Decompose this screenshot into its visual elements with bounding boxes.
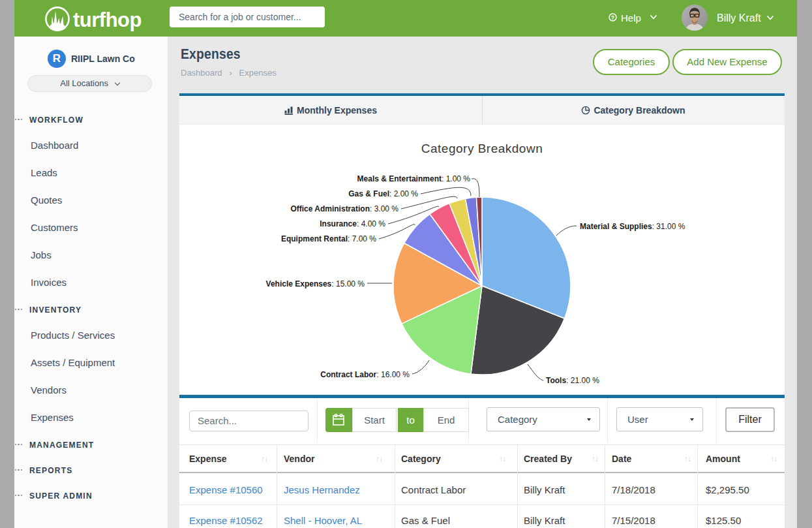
svg-text:Meals & Entertainment: 1.00 %: Meals & Entertainment: 1.00 % [357,174,471,183]
svg-text:Category Breakdown: Category Breakdown [421,142,543,155]
svg-text:Material & Supplies: 31.00 %: Material & Supplies: 31.00 % [580,222,685,231]
svg-text:Gas & Fuel: 2.00 %: Gas & Fuel: 2.00 % [348,189,418,198]
svg-text:Tools: 21.00 %: Tools: 21.00 % [546,376,599,385]
svg-text:Vehicle Expenses: 15.00 %: Vehicle Expenses: 15.00 % [266,279,365,288]
svg-text:Insurance: 4.00 %: Insurance: 4.00 % [320,219,385,228]
svg-text:Contract Labor: 16.00 %: Contract Labor: 16.00 % [320,370,410,379]
svg-text:Office Administration: 3.00 %: Office Administration: 3.00 % [290,204,398,213]
svg-text:?: ? [611,14,614,21]
svg-text:Equipment Rental: 7.00 %: Equipment Rental: 7.00 % [281,234,376,243]
